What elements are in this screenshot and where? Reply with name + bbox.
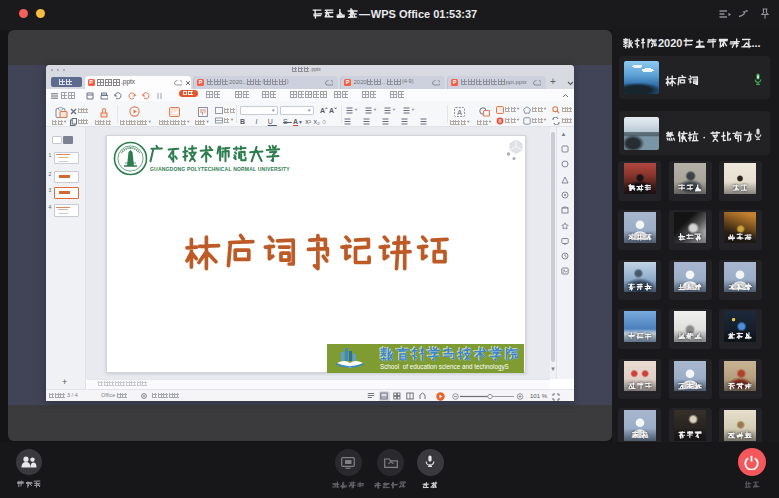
svg-text:8: 8 <box>498 118 501 124</box>
svg-text:A: A <box>457 108 462 115</box>
